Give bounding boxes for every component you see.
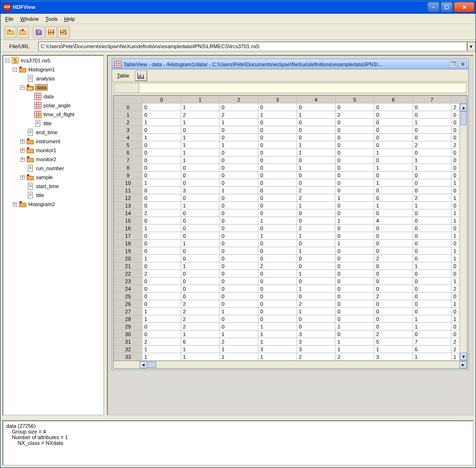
row-header[interactable]: 21	[114, 262, 142, 270]
table-row[interactable]: 29020101010	[114, 323, 467, 330]
data-cell[interactable]: 1	[142, 353, 181, 361]
data-cell[interactable]: 1	[142, 225, 181, 232]
data-cell[interactable]: 0	[374, 308, 413, 315]
data-cell[interactable]: 2	[297, 194, 335, 202]
data-cell[interactable]: 1	[258, 323, 297, 330]
data-cell[interactable]: 3	[297, 338, 335, 346]
column-header[interactable]: 3	[258, 96, 297, 104]
table-row[interactable]: 22200010000	[114, 270, 467, 277]
data-cell[interactable]: 0	[258, 293, 297, 300]
data-cell[interactable]: 1	[220, 353, 258, 361]
data-cell[interactable]: 0	[258, 164, 297, 172]
data-cell[interactable]: 0	[220, 172, 258, 179]
data-cell[interactable]: 0	[258, 141, 297, 149]
data-cell[interactable]: 1	[374, 202, 413, 209]
row-header[interactable]: 1	[114, 111, 142, 119]
data-cell[interactable]: 0	[413, 285, 451, 293]
data-cell[interactable]: 0	[181, 270, 220, 277]
data-cell[interactable]: 1	[220, 119, 258, 126]
data-cell[interactable]: 1	[220, 308, 258, 315]
table-row[interactable]: 8000010110	[114, 164, 467, 172]
table-row[interactable]: 18010001000	[114, 240, 467, 247]
data-cell[interactable]: 0	[220, 134, 258, 141]
row-header[interactable]: 32	[114, 346, 142, 353]
row-header[interactable]: 15	[114, 217, 142, 225]
data-cell[interactable]: 1	[335, 240, 374, 247]
table-row[interactable]: 33111122311	[114, 353, 467, 361]
tree-monitor2[interactable]: +monitor2	[19, 155, 103, 164]
data-cell[interactable]: 0	[413, 126, 451, 134]
data-cell[interactable]: 2	[297, 187, 335, 194]
data-cell[interactable]: 1	[220, 330, 258, 338]
data-cell[interactable]: 0	[181, 277, 220, 285]
tree-polar-angle[interactable]: polar_angle	[27, 101, 103, 110]
collapse-icon[interactable]: −	[13, 68, 17, 72]
row-header[interactable]: 28	[114, 315, 142, 323]
table-row[interactable]: 0010000002	[114, 104, 467, 111]
data-cell[interactable]: 0	[374, 187, 413, 194]
data-cell[interactable]: 1	[297, 149, 335, 156]
data-cell[interactable]: 2	[374, 330, 413, 338]
data-cell[interactable]: 2	[297, 353, 335, 361]
data-cell[interactable]: 0	[258, 194, 297, 202]
table-row[interactable]: 26020020001	[114, 300, 467, 308]
table-row[interactable]: 6010010100	[114, 149, 467, 156]
row-header[interactable]: 26	[114, 300, 142, 308]
minimize-button[interactable]: –	[427, 2, 440, 12]
tree-start-time[interactable]: start_time	[19, 182, 103, 191]
data-cell[interactable]: 0	[374, 323, 413, 330]
scroll-right-icon[interactable]: ▸	[459, 361, 467, 368]
data-cell[interactable]: 0	[297, 172, 335, 179]
data-cell[interactable]: 1	[297, 270, 335, 277]
data-cell[interactable]: 0	[220, 255, 258, 262]
data-cell[interactable]: 0	[181, 172, 220, 179]
data-cell[interactable]: 1	[297, 247, 335, 255]
data-cell[interactable]: 1	[374, 149, 413, 156]
data-cell[interactable]: 1	[181, 104, 220, 111]
data-cell[interactable]: 0	[142, 293, 181, 300]
data-cell[interactable]: 1	[335, 323, 374, 330]
data-cell[interactable]: 0	[220, 149, 258, 156]
data-cell[interactable]: 2	[181, 300, 220, 308]
data-cell[interactable]: 0	[258, 104, 297, 111]
data-cell[interactable]: 1	[297, 141, 335, 149]
data-cell[interactable]: 1	[181, 202, 220, 209]
data-cell[interactable]: 0	[220, 164, 258, 172]
row-header[interactable]: 31	[114, 338, 142, 346]
data-cell[interactable]: 1	[335, 346, 374, 353]
data-cell[interactable]: 0	[142, 300, 181, 308]
data-cell[interactable]: 0	[142, 194, 181, 202]
collapse-icon[interactable]: −	[20, 86, 25, 90]
data-cell[interactable]: 0	[220, 217, 258, 225]
table-corner[interactable]	[114, 96, 142, 104]
data-cell[interactable]: 1	[142, 346, 181, 353]
info-pane[interactable]: data (27256) Group size = 4 Number of at…	[2, 420, 474, 466]
table-row[interactable]: 3000000000	[114, 126, 467, 134]
data-cell[interactable]: 1	[413, 315, 451, 323]
data-cell[interactable]: 0	[258, 179, 297, 187]
file-url-input[interactable]: C:\Users\Pete\Documents\eclipse\NeXus\de…	[38, 42, 467, 51]
data-cell[interactable]: 1	[297, 202, 335, 209]
data-cell[interactable]: 2	[374, 255, 413, 262]
data-cell[interactable]: 0	[181, 247, 220, 255]
tree-end-time[interactable]: end_time	[19, 128, 103, 137]
data-cell[interactable]: 0	[220, 240, 258, 247]
data-cell[interactable]: 0	[297, 104, 335, 111]
data-cell[interactable]: 0	[413, 293, 451, 300]
data-cell[interactable]: 1	[258, 330, 297, 338]
data-cell[interactable]: 0	[374, 119, 413, 126]
table-row[interactable]: 32111331162	[114, 346, 467, 353]
table-row[interactable]: 24000010002	[114, 285, 467, 293]
row-header[interactable]: 22	[114, 270, 142, 277]
data-cell[interactable]: 1	[413, 164, 451, 172]
cell-reference[interactable]	[115, 83, 139, 93]
data-cell[interactable]: 0	[258, 247, 297, 255]
table-row[interactable]: 15000101401	[114, 217, 467, 225]
row-header[interactable]: 16	[114, 225, 142, 232]
data-cell[interactable]: 0	[335, 134, 374, 141]
data-cell[interactable]: 0	[335, 255, 374, 262]
data-cell[interactable]: 5	[374, 338, 413, 346]
data-cell[interactable]: 0	[335, 164, 374, 172]
data-cell[interactable]: 0	[413, 270, 451, 277]
data-cell[interactable]: 0	[258, 308, 297, 315]
